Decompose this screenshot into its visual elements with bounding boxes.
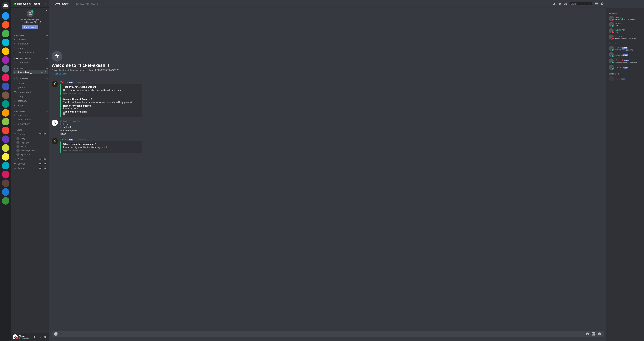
avatar[interactable]: A <box>52 120 58 126</box>
add-channel-button[interactable]: + <box>46 82 48 85</box>
gear-icon[interactable] <box>44 71 46 73</box>
category-6[interactable]: | VOICE+ <box>11 126 49 131</box>
voice-user[interactable]: Benji <box>15 136 49 140</box>
channel-Offtopic[interactable]: Offtopic0099 <box>12 157 48 161</box>
mute-button[interactable] <box>32 335 37 340</box>
member-benji[interactable]: Benji <box>608 21 643 28</box>
server-2[interactable] <box>2 30 10 37</box>
members-sidebar: STAFF—4Akash_⬢ Discord Bot DeveloperBenj… <box>606 7 644 341</box>
voice-user[interactable]: typical Gta <box>15 153 49 157</box>
inbox-icon[interactable] <box>595 2 598 5</box>
server-6[interactable] <box>2 65 10 73</box>
voice-user[interactable]: jcrgamer <box>15 144 49 148</box>
invite-icon[interactable] <box>41 71 44 73</box>
member-tickets[interactable]: TicketsBOT <box>608 64 643 70</box>
server-16[interactable] <box>2 153 10 161</box>
server-7[interactable] <box>2 74 10 81</box>
help-icon[interactable]: ? <box>600 2 604 5</box>
channel-ticket-akash_[interactable]: #ticket-akash_ <box>12 70 48 74</box>
edit-channel-button[interactable]: Edit Channel <box>52 73 66 75</box>
add-channel-button[interactable]: + <box>46 110 48 113</box>
member-akash_[interactable]: Akash_⬢ Discord Bot Developer <box>608 15 643 21</box>
channel-updates[interactable]: #updates <box>12 46 48 50</box>
server-10[interactable] <box>2 100 10 108</box>
category-1[interactable]: 💬 | DISCUSSION+ <box>11 55 49 60</box>
member-vsm[interactable]: VSMBOT <box>608 75 643 82</box>
channel-client-memes[interactable]: #client-memes <box>12 117 48 122</box>
emoji-icon[interactable] <box>598 332 601 336</box>
channel-support[interactable]: #support <box>12 103 48 107</box>
message-author[interactable]: Tickets <box>60 138 68 141</box>
server-21[interactable] <box>2 197 10 205</box>
server-1[interactable] <box>2 21 10 28</box>
add-channel-button[interactable]: + <box>46 67 48 70</box>
attach-button[interactable]: + <box>54 332 58 336</box>
server-20[interactable] <box>2 188 10 196</box>
channel-welcome[interactable]: #welcome <box>12 37 48 41</box>
member-jcrgamer[interactable]: jcrgamer▶ Playing IntelliJ IDEA Ultim... <box>608 34 643 40</box>
embed-footer: Bot Coded by Akash Deb <box>63 149 140 151</box>
channel-changelog[interactable]: #changelog <box>12 41 48 46</box>
channel-General[interactable]: General0599 <box>12 132 48 136</box>
home-button[interactable] <box>2 2 10 9</box>
members-icon[interactable] <box>564 2 567 5</box>
avatar[interactable]: ⚡ <box>52 138 58 144</box>
channel-offtopic[interactable]: #offtopic <box>12 94 48 98</box>
pinned-icon[interactable] <box>558 2 562 5</box>
gif-icon[interactable]: GIF <box>592 332 596 336</box>
close-icon[interactable]: × <box>45 8 47 12</box>
server-8[interactable] <box>2 83 10 90</box>
settings-button[interactable] <box>43 335 48 340</box>
channel-chat-to-us[interactable]: #chat-to-us <box>12 60 48 64</box>
server-5[interactable] <box>2 56 10 64</box>
server-14[interactable] <box>2 135 10 143</box>
avatar[interactable]: ⚡ <box>52 81 58 87</box>
server-header[interactable]: Deploys.cc | Hosting <box>11 0 49 7</box>
channel-Partners[interactable]: Partners0099 <box>12 166 48 170</box>
member-statbot[interactable]: Statbot✓ BOTWatching s?help | statbot.ne… <box>608 58 643 64</box>
channel-dedicated-deals[interactable]: #dedicated-deals <box>12 50 48 54</box>
message-scroll[interactable]: # Welcome to #ticket-akash_! This is the… <box>49 7 606 331</box>
notifications-icon[interactable] <box>553 2 556 5</box>
member-mee6[interactable]: MEE6✓ BOT <box>608 51 643 58</box>
deafen-button[interactable] <box>38 335 42 340</box>
server-18[interactable] <box>2 171 10 178</box>
add-channel-button[interactable]: + <box>46 34 48 37</box>
category-0[interactable]: 📌 | INFO+ <box>11 31 49 37</box>
message-author[interactable]: Tickets <box>60 81 68 83</box>
server-4[interactable] <box>2 47 10 55</box>
channel-general[interactable]: #general <box>12 85 48 90</box>
channel-botspam[interactable]: #botspam <box>12 99 48 103</box>
message-input[interactable] <box>60 333 584 335</box>
channel-booster-chat[interactable]: booster-chat <box>12 90 48 94</box>
server-11[interactable] <box>2 109 10 117</box>
search-box[interactable] <box>570 2 592 5</box>
invite-people-button[interactable]: Invite People <box>22 25 38 29</box>
category-3[interactable]: 🔧 | SUPPORT+ <box>11 74 49 80</box>
server-17[interactable] <box>2 162 10 169</box>
member-deployer[interactable]: Deployer <box>608 28 643 34</box>
voice-user[interactable]: ShadowyStalker <box>15 148 49 153</box>
add-channel-button[interactable]: + <box>46 77 48 80</box>
server-3[interactable] <box>2 39 10 46</box>
member-dyno[interactable]: Dyno✓ BOTPlaying dyno.gg | ?help <box>608 45 643 51</box>
server-15[interactable] <box>2 144 10 152</box>
self-avatar[interactable]: A <box>12 335 18 340</box>
gift-icon[interactable] <box>586 332 589 336</box>
server-0[interactable] <box>2 12 10 20</box>
category-2[interactable]: TICKETS+ <box>11 65 49 70</box>
server-9[interactable] <box>2 91 10 99</box>
server-13[interactable] <box>2 127 10 134</box>
add-channel-button[interactable]: + <box>46 57 48 60</box>
server-19[interactable] <box>2 179 10 187</box>
channel-suggestions[interactable]: #suggestions <box>12 122 48 126</box>
add-channel-button[interactable]: + <box>46 129 48 131</box>
search-input[interactable] <box>571 3 589 5</box>
channel-reviews[interactable]: #reviews <box>12 113 48 117</box>
message-author[interactable]: Akash_ <box>60 120 68 122</box>
voice-user[interactable]: Deployer <box>15 140 49 144</box>
server-12[interactable] <box>2 118 10 125</box>
channel-Clients[interactable]: Clients0099 <box>12 161 48 166</box>
category-4[interactable]: | CLIENTS+ <box>11 80 49 85</box>
category-5[interactable]: 🔊 | EXTRA+ <box>11 107 49 113</box>
